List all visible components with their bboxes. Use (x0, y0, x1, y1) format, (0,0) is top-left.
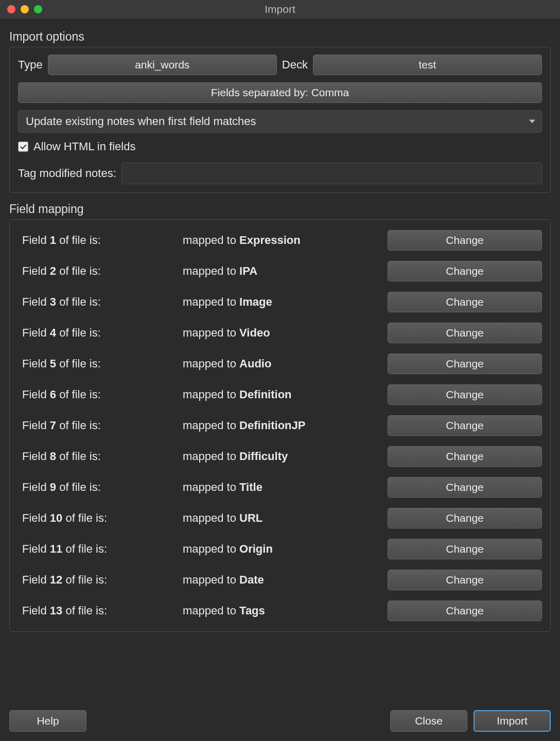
change-mapping-button[interactable]: Change (388, 601, 542, 621)
field-mapping-row: Field 4 of file is:mapped to VideoChange (18, 323, 542, 343)
import-button[interactable]: Import (474, 710, 551, 732)
allow-html-checkbox[interactable] (18, 142, 28, 152)
field-mapping-row: Field 1 of file is:mapped to ExpressionC… (18, 230, 542, 251)
tag-modified-label: Tag modified notes: (18, 167, 116, 180)
titlebar: Import (0, 0, 560, 19)
field-source-label: Field 8 of file is: (18, 450, 183, 463)
field-mapping-row: Field 3 of file is:mapped to ImageChange (18, 292, 542, 312)
field-target-label: mapped to IPA (183, 264, 388, 278)
field-mapping-row: Field 13 of file is:mapped to TagsChange (18, 601, 542, 621)
field-target-label: mapped to Video (183, 326, 388, 340)
field-mapping-label: Field mapping (9, 202, 551, 216)
deck-label: Deck (282, 58, 308, 72)
window-title: Import (0, 3, 560, 15)
field-target-label: mapped to Title (183, 481, 388, 494)
separator-button[interactable]: Fields separated by: Comma (18, 82, 542, 103)
tag-modified-input[interactable] (121, 163, 542, 184)
field-source-label: Field 3 of file is: (18, 295, 183, 309)
field-source-label: Field 6 of file is: (18, 388, 183, 401)
help-button-label: Help (37, 715, 59, 727)
field-source-label: Field 9 of file is: (18, 481, 183, 494)
change-mapping-button[interactable]: Change (388, 292, 542, 312)
update-mode-value: Update existing notes when first field m… (26, 115, 256, 128)
update-mode-select[interactable]: Update existing notes when first field m… (18, 110, 542, 133)
field-target-label: mapped to URL (183, 511, 388, 525)
checkmark-icon (20, 143, 26, 149)
help-button[interactable]: Help (9, 710, 86, 732)
field-source-label: Field 4 of file is: (18, 326, 183, 340)
field-source-label: Field 11 of file is: (18, 542, 183, 556)
field-target-label: mapped to Expression (183, 234, 388, 247)
field-mapping-row: Field 11 of file is:mapped to OriginChan… (18, 539, 542, 559)
field-target-label: mapped to Date (183, 573, 388, 587)
field-mapping-group: Field 1 of file is:mapped to ExpressionC… (9, 219, 551, 632)
field-target-label: mapped to Definition (183, 388, 388, 401)
field-mapping-row: Field 7 of file is:mapped to DefinitionJ… (18, 415, 542, 436)
separator-button-label: Fields separated by: Comma (211, 86, 349, 99)
field-source-label: Field 2 of file is: (18, 264, 183, 278)
field-mapping-row: Field 8 of file is:mapped to DifficultyC… (18, 446, 542, 467)
change-mapping-button[interactable]: Change (388, 508, 542, 528)
field-mapping-row: Field 2 of file is:mapped to IPAChange (18, 261, 542, 281)
field-source-label: Field 10 of file is: (18, 511, 183, 525)
type-value: anki_words (135, 59, 189, 71)
change-mapping-button[interactable]: Change (388, 384, 542, 405)
change-mapping-button[interactable]: Change (388, 323, 542, 343)
field-source-label: Field 13 of file is: (18, 604, 183, 617)
deck-selector-button[interactable]: test (313, 55, 542, 75)
import-options-group: Type anki_words Deck test Fields separat… (9, 47, 551, 193)
change-mapping-button[interactable]: Change (388, 477, 542, 498)
change-mapping-button[interactable]: Change (388, 446, 542, 467)
field-target-label: mapped to DefinitionJP (183, 419, 388, 432)
chevron-down-icon (529, 120, 535, 123)
field-source-label: Field 1 of file is: (18, 234, 183, 247)
close-button[interactable]: Close (390, 710, 467, 732)
change-mapping-button[interactable]: Change (388, 539, 542, 559)
field-target-label: mapped to Image (183, 295, 388, 309)
field-target-label: mapped to Difficulty (183, 450, 388, 463)
field-target-label: mapped to Origin (183, 542, 388, 556)
allow-html-label: Allow HTML in fields (33, 140, 135, 153)
field-mapping-row: Field 6 of file is:mapped to DefinitionC… (18, 384, 542, 405)
field-target-label: mapped to Audio (183, 357, 388, 370)
close-button-label: Close (415, 715, 443, 727)
field-source-label: Field 7 of file is: (18, 419, 183, 432)
change-mapping-button[interactable]: Change (388, 230, 542, 251)
deck-value: test (419, 59, 436, 71)
field-target-label: mapped to Tags (183, 604, 388, 617)
change-mapping-button[interactable]: Change (388, 354, 542, 374)
type-selector-button[interactable]: anki_words (48, 55, 277, 75)
change-mapping-button[interactable]: Change (388, 415, 542, 436)
field-mapping-row: Field 5 of file is:mapped to AudioChange (18, 354, 542, 374)
field-mapping-row: Field 9 of file is:mapped to TitleChange (18, 477, 542, 498)
change-mapping-button[interactable]: Change (388, 570, 542, 590)
change-mapping-button[interactable]: Change (388, 261, 542, 281)
field-mapping-row: Field 12 of file is:mapped to DateChange (18, 570, 542, 590)
field-mapping-row: Field 10 of file is:mapped to URLChange (18, 508, 542, 528)
field-source-label: Field 5 of file is: (18, 357, 183, 370)
field-source-label: Field 12 of file is: (18, 573, 183, 587)
type-label: Type (18, 58, 43, 72)
import-button-label: Import (497, 715, 528, 727)
import-options-label: Import options (9, 30, 551, 44)
